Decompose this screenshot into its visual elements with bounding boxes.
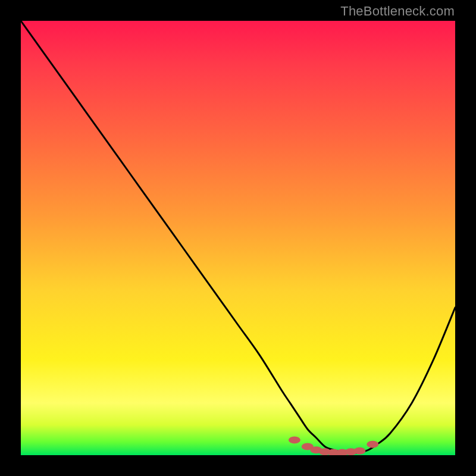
- trough-marker: [353, 447, 365, 455]
- trough-markers: [289, 436, 378, 455]
- bottleneck-curve-path: [21, 21, 455, 453]
- trough-marker: [367, 441, 378, 448]
- watermark-text: TheBottleneck.com: [340, 4, 455, 19]
- plot-area: [21, 21, 455, 455]
- bottleneck-curve-svg: [21, 21, 455, 455]
- chart-frame: TheBottleneck.com: [0, 0, 476, 476]
- trough-marker: [289, 436, 300, 443]
